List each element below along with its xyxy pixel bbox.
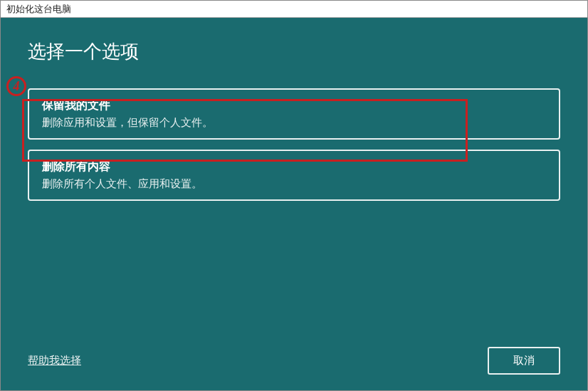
reset-pc-window: 初始化这台电脑 4 选择一个选项 保留我的文件 删除应用和设置，但保留个人文件。… <box>0 0 588 391</box>
cancel-button[interactable]: 取消 <box>488 347 560 375</box>
option-title: 删除所有内容 <box>42 160 546 174</box>
option-description: 删除应用和设置，但保留个人文件。 <box>42 116 546 130</box>
window-titlebar: 初始化这台电脑 <box>1 1 587 18</box>
option-keep-files[interactable]: 保留我的文件 删除应用和设置，但保留个人文件。 <box>28 88 560 140</box>
option-title: 保留我的文件 <box>42 98 546 113</box>
options-list: 保留我的文件 删除应用和设置，但保留个人文件。 删除所有内容 删除所有个人文件、… <box>28 88 560 201</box>
help-me-choose-link[interactable]: 帮助我选择 <box>28 354 81 367</box>
footer: 帮助我选择 取消 <box>28 347 560 375</box>
option-description: 删除所有个人文件、应用和设置。 <box>42 177 546 191</box>
window-title: 初始化这台电脑 <box>6 3 71 16</box>
window-content: 4 选择一个选项 保留我的文件 删除应用和设置，但保留个人文件。 删除所有内容 … <box>1 18 587 390</box>
option-remove-everything[interactable]: 删除所有内容 删除所有个人文件、应用和设置。 <box>28 150 560 201</box>
annotation-circle-4: 4 <box>6 76 26 96</box>
annotation-number: 4 <box>14 79 20 94</box>
page-heading: 选择一个选项 <box>28 39 560 64</box>
